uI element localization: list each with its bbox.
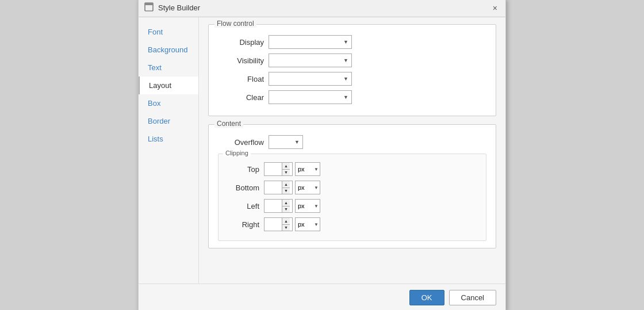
display-row: Display <box>218 35 486 49</box>
right-input[interactable] <box>264 218 282 231</box>
float-select-wrapper <box>269 72 352 86</box>
clipping-inner: Top ▲ ▼ px <box>218 154 486 240</box>
left-spinner: ▲ ▼ <box>264 199 293 213</box>
bottom-down-arrow[interactable]: ▼ <box>282 188 290 194</box>
clipping-left-label: Left <box>228 202 259 211</box>
left-down-arrow[interactable]: ▼ <box>282 206 290 213</box>
overflow-row: Overflow <box>218 135 486 149</box>
right-unit-wrapper: px % em <box>295 217 320 231</box>
bottom-arrows: ▲ ▼ <box>282 181 290 194</box>
bottom-input[interactable] <box>264 181 282 194</box>
clear-label: Clear <box>218 93 264 102</box>
left-unit-wrapper: px % em <box>295 199 320 213</box>
dialog-footer: OK Cancel <box>139 284 505 310</box>
sidebar-item-text[interactable]: Text <box>139 59 198 76</box>
overflow-select[interactable] <box>269 135 303 149</box>
clipping-bottom-row: Bottom ▲ ▼ px <box>228 181 477 194</box>
display-label: Display <box>218 38 264 47</box>
window-icon <box>144 2 154 13</box>
sidebar-item-font[interactable]: Font <box>139 23 198 41</box>
bottom-spinner: ▲ ▼ <box>264 181 293 194</box>
sidebar-item-layout[interactable]: Layout <box>139 76 198 94</box>
left-input[interactable] <box>264 200 282 212</box>
clipping-right-label: Right <box>228 220 259 229</box>
sidebar-item-lists[interactable]: Lists <box>139 130 198 148</box>
top-up-arrow[interactable]: ▲ <box>282 163 290 170</box>
top-spinner: ▲ ▼ <box>264 162 293 176</box>
flow-control-section: Flow control Display Visibility <box>208 24 496 116</box>
clipping-section: Clipping Top ▲ ▼ <box>218 154 486 241</box>
svg-rect-1 <box>145 3 153 5</box>
right-unit-select[interactable]: px % em <box>295 217 320 231</box>
visibility-row: Visibility <box>218 53 486 67</box>
bottom-unit-select[interactable]: px % em <box>295 181 320 194</box>
bottom-up-arrow[interactable]: ▲ <box>282 181 290 188</box>
style-builder-dialog: Style Builder × Font Background Text Lay… <box>138 0 506 310</box>
right-spinner: ▲ ▼ <box>264 217 293 231</box>
overflow-select-wrapper <box>269 135 303 149</box>
clear-select[interactable] <box>269 90 352 104</box>
display-select[interactable] <box>269 35 352 49</box>
dialog-title: Style Builder <box>158 3 200 12</box>
left-arrows: ▲ ▼ <box>282 200 290 212</box>
sidebar-item-box[interactable]: Box <box>139 94 198 112</box>
main-content: Flow control Display Visibility <box>199 17 505 284</box>
content-section: Content Overflow Clipping <box>208 124 496 248</box>
dialog-titlebar: Style Builder × <box>139 0 505 17</box>
clipping-bottom-label: Bottom <box>228 183 259 192</box>
clipping-right-row: Right ▲ ▼ px <box>228 217 477 231</box>
float-select[interactable] <box>269 72 352 86</box>
visibility-select[interactable] <box>269 53 352 67</box>
visibility-label: Visibility <box>218 56 264 65</box>
title-left: Style Builder <box>144 2 200 13</box>
sidebar-item-background[interactable]: Background <box>139 41 198 59</box>
cancel-button[interactable]: Cancel <box>449 290 496 305</box>
top-down-arrow[interactable]: ▼ <box>282 170 290 176</box>
close-button[interactable]: × <box>490 3 500 13</box>
flow-control-inner: Display Visibility <box>209 25 496 116</box>
float-row: Float <box>218 72 486 86</box>
bottom-unit-wrapper: px % em <box>295 181 320 194</box>
clipping-top-label: Top <box>228 165 259 174</box>
ok-button[interactable]: OK <box>409 290 444 305</box>
sidebar: Font Background Text Layout Box Border L… <box>139 17 199 284</box>
right-arrows: ▲ ▼ <box>282 218 290 231</box>
content-legend: Content <box>214 120 243 128</box>
clear-row: Clear <box>218 90 486 104</box>
clipping-top-row: Top ▲ ▼ px <box>228 162 477 176</box>
flow-control-legend: Flow control <box>214 20 256 28</box>
right-down-arrow[interactable]: ▼ <box>282 225 290 231</box>
top-arrows: ▲ ▼ <box>282 163 290 175</box>
display-select-wrapper <box>269 35 352 49</box>
float-label: Float <box>218 75 264 83</box>
overflow-label: Overflow <box>218 138 264 147</box>
clipping-left-row: Left ▲ ▼ px <box>228 199 477 213</box>
visibility-select-wrapper <box>269 53 352 67</box>
left-unit-select[interactable]: px % em <box>295 199 320 213</box>
content-inner: Overflow Clipping Top <box>209 125 496 248</box>
top-input[interactable] <box>264 163 282 175</box>
sidebar-item-border[interactable]: Border <box>139 112 198 130</box>
right-up-arrow[interactable]: ▲ <box>282 218 290 225</box>
clear-select-wrapper <box>269 90 352 104</box>
left-up-arrow[interactable]: ▲ <box>282 200 290 206</box>
clipping-legend: Clipping <box>223 150 251 156</box>
top-unit-wrapper: px % em <box>295 162 320 176</box>
top-unit-select[interactable]: px % em <box>295 162 320 176</box>
dialog-body: Font Background Text Layout Box Border L… <box>139 17 505 284</box>
